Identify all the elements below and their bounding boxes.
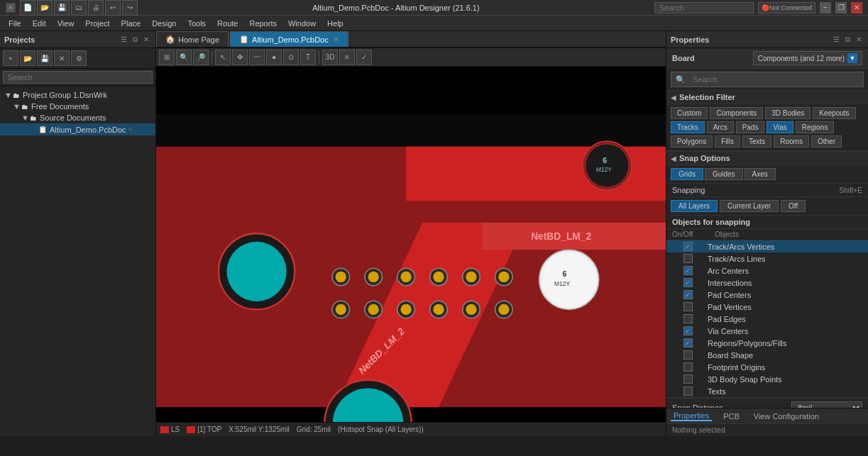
- connected-status[interactable]: 🔴 Not Connected: [758, 2, 815, 13]
- properties-close-btn[interactable]: ✕: [854, 35, 864, 45]
- open-project-btn[interactable]: 📂: [20, 50, 35, 66]
- filter-btn-rooms[interactable]: Rooms: [774, 135, 809, 148]
- save-project-btn[interactable]: 💾: [37, 50, 53, 66]
- snap-item-arc-centers[interactable]: ✓ Arc Centers: [666, 265, 868, 277]
- snap-checkbox-pad-edges[interactable]: [683, 314, 693, 323]
- properties-search-input[interactable]: [688, 74, 859, 85]
- filter-btn-custom[interactable]: Custom: [671, 107, 708, 119]
- snap-distance-select[interactable]: 8mil 4mil 16mil 25mil: [791, 401, 862, 408]
- snap-checkbox-regions-polygons-fills[interactable]: ✓: [683, 338, 693, 347]
- pcb-route[interactable]: 〰: [249, 50, 265, 65]
- restore-btn[interactable]: ❐: [835, 2, 847, 13]
- open-btn[interactable]: 📂: [37, 0, 53, 16]
- snap-checkbox-track-arcs-lines[interactable]: [683, 254, 693, 263]
- new-project-btn[interactable]: +: [3, 50, 18, 66]
- filter-btn-fills[interactable]: Fills: [715, 135, 740, 148]
- snap-checkbox-intersections[interactable]: ✓: [683, 278, 693, 287]
- snap-item-pad-centers[interactable]: ✓ Pad Centers: [666, 289, 868, 301]
- pcb-select[interactable]: ↖: [215, 50, 231, 65]
- tab-pcbdoc-close[interactable]: ✕: [333, 35, 339, 44]
- pcb-layers[interactable]: ≡: [339, 50, 355, 65]
- snap-item-intersections[interactable]: ✓ Intersections: [666, 277, 868, 289]
- menu-edit[interactable]: Edit: [27, 18, 52, 29]
- snap-checkbox-arc-centers[interactable]: ✓: [683, 266, 693, 275]
- snap-item-track-arcs-vertices[interactable]: ✓ Track/Arcs Vertices: [666, 240, 868, 252]
- bottom-tab-properties[interactable]: Properties: [671, 411, 712, 421]
- minimize-btn[interactable]: −: [820, 2, 831, 13]
- pcb-3d-view[interactable]: 3D: [322, 50, 338, 65]
- menu-window[interactable]: Window: [282, 18, 322, 29]
- snap-tab-guides[interactable]: Guides: [705, 168, 743, 180]
- bottom-tab-pcb[interactable]: PCB: [720, 412, 742, 421]
- filter-btn-tracks[interactable]: Tracks: [671, 121, 705, 133]
- snap-item-board-shape[interactable]: Board Shape: [666, 349, 868, 361]
- filter-btn-regions[interactable]: Regions: [796, 121, 835, 133]
- close-btn[interactable]: ✕: [851, 2, 862, 13]
- menu-reports[interactable]: Reports: [243, 18, 282, 29]
- snap-current-layer-btn[interactable]: Current Layer: [720, 200, 779, 212]
- snap-checkbox-board-shape[interactable]: [683, 350, 693, 360]
- global-search-input[interactable]: [654, 2, 754, 13]
- snap-checkbox-footprint-origins[interactable]: [683, 362, 693, 372]
- snap-options-header[interactable]: ◀ Snap Options: [666, 152, 868, 165]
- redo-btn[interactable]: ↪: [122, 0, 138, 16]
- snap-off-btn[interactable]: Off: [781, 200, 806, 212]
- tree-item-projectgroup[interactable]: ▼ 🖿 Project Group 1.DsnWrk: [0, 89, 155, 101]
- snap-checkbox-pad-vertices[interactable]: [683, 302, 693, 311]
- menu-project[interactable]: Project: [79, 18, 115, 29]
- projects-search-input[interactable]: [3, 71, 153, 84]
- undo-btn[interactable]: ↩: [105, 0, 121, 16]
- snap-item-texts[interactable]: Texts: [666, 385, 868, 397]
- pcb-drc[interactable]: ✓: [356, 50, 372, 65]
- menu-design[interactable]: Design: [146, 18, 182, 29]
- properties-float-btn[interactable]: ⧉: [842, 35, 852, 45]
- snap-item-footprint-origins[interactable]: Footprint Origins: [666, 361, 868, 373]
- snap-checkbox-via-centers[interactable]: ✓: [683, 326, 693, 335]
- projects-float-btn[interactable]: ⧉: [130, 35, 140, 45]
- snap-checkbox-pad-centers[interactable]: ✓: [683, 290, 693, 299]
- close-project-btn[interactable]: ✕: [54, 50, 70, 66]
- pcb-zoom-in[interactable]: 🔍: [176, 50, 192, 65]
- save-btn[interactable]: 💾: [54, 0, 70, 16]
- snap-item-pad-edges[interactable]: Pad Edges: [666, 313, 868, 325]
- tree-item-freedocuments[interactable]: ▼ 🖿 Free Documents: [0, 101, 155, 112]
- filter-btn-components[interactable]: Components: [710, 107, 763, 119]
- print-btn[interactable]: 🖨: [88, 0, 104, 16]
- tab-pcbdoc[interactable]: 📋 Altium_Demo.PcbDoc ✕: [230, 31, 348, 47]
- pcb-zoom-fit[interactable]: ⊞: [159, 50, 175, 65]
- snap-item-3d-body-snap-points[interactable]: 3D Body Snap Points: [666, 373, 868, 385]
- selection-filter-header[interactable]: ◀ Selection Filter: [666, 91, 868, 104]
- save-all-btn[interactable]: 🗂: [71, 0, 87, 16]
- snap-checkbox-track-arcs-vertices[interactable]: ✓: [683, 242, 693, 251]
- menu-file[interactable]: File: [3, 18, 27, 29]
- filter-btn-3dbodies[interactable]: 3D Bodies: [765, 107, 811, 119]
- snap-item-regions-polygons-fills[interactable]: ✓ Regions/Polygons/Fills: [666, 337, 868, 349]
- snap-tab-axes[interactable]: Axes: [745, 168, 776, 180]
- bottom-tab-view-config[interactable]: View Configuration: [751, 412, 822, 421]
- filter-btn-vias[interactable]: Vias: [767, 121, 793, 133]
- properties-menu-btn[interactable]: ☰: [831, 35, 841, 45]
- pcb-zoom-out[interactable]: 🔎: [193, 50, 209, 65]
- components-filter-btn[interactable]: Components (and 12 more) ▼: [753, 51, 862, 65]
- menu-view[interactable]: View: [52, 18, 80, 29]
- pcb-canvas[interactable]: 6 M12Y NetBD_LM_2 NetBD_LM_2: [156, 67, 666, 436]
- projects-close-btn[interactable]: ✕: [141, 35, 151, 45]
- new-btn[interactable]: 📄: [20, 0, 35, 16]
- tab-homepage[interactable]: 🏠 Home Page: [156, 31, 229, 47]
- pcb-place-via[interactable]: ⊙: [283, 50, 299, 65]
- projects-menu-btn[interactable]: ☰: [119, 35, 128, 45]
- snap-item-via-centers[interactable]: ✓ Via Centers: [666, 325, 868, 337]
- menu-help[interactable]: Help: [322, 18, 349, 29]
- filter-btn-other[interactable]: Other: [811, 135, 842, 148]
- snap-checkbox-3d-body-snap-points[interactable]: [683, 374, 693, 384]
- menu-route[interactable]: Route: [211, 18, 243, 29]
- snap-checkbox-texts[interactable]: [683, 387, 693, 396]
- snap-tab-grids[interactable]: Grids: [671, 168, 703, 180]
- tree-item-sourcedocs[interactable]: ▼ 🖿 Source Documents: [0, 112, 155, 123]
- pcb-place-pad[interactable]: ●: [266, 50, 282, 65]
- filter-btn-pads[interactable]: Pads: [736, 121, 765, 133]
- menu-tools[interactable]: Tools: [182, 18, 211, 29]
- filter-btn-arcs[interactable]: Arcs: [707, 121, 734, 133]
- filter-btn-polygons[interactable]: Polygons: [671, 135, 713, 148]
- project-settings-btn[interactable]: ⚙: [71, 50, 87, 66]
